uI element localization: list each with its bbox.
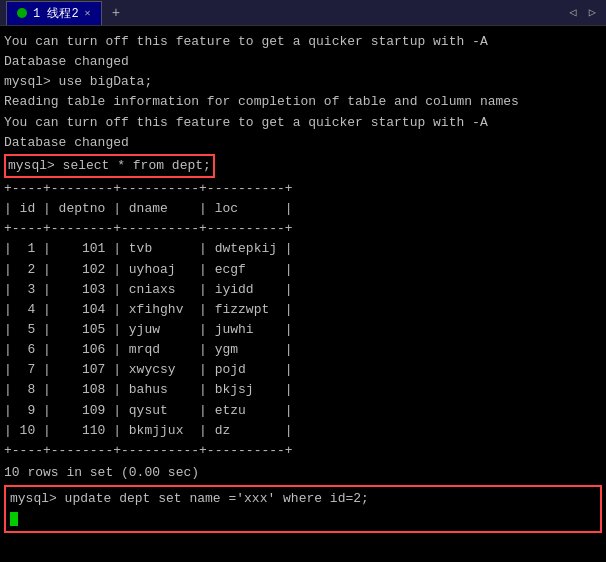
update-command-highlight: mysql> update dept set name ='xxx' where… [4,485,602,533]
table-line-6: | 4 | 104 | xfihghv | fizzwpt | [4,300,602,320]
table-line-7: | 5 | 105 | yjuw | juwhi | [4,320,602,340]
nav-buttons: ◁ ▷ [566,4,600,21]
window: 1 线程2 ✕ + ◁ ▷ You can turn off this feat… [0,0,606,562]
update-command-text: mysql> update dept set name ='xxx' where… [10,489,596,509]
terminal-line-3: Database changed [4,52,602,72]
query-results-table: +----+--------+----------+----------+ | … [4,179,602,461]
nav-left-icon[interactable]: ◁ [566,4,581,21]
rows-info-text: 10 rows in set (0.00 sec) [4,463,602,483]
table-line-11: | 9 | 109 | qysut | etzu | [4,401,602,421]
table-line-3: | 1 | 101 | tvb | dwtepkij | [4,239,602,259]
table-line-8: | 6 | 106 | mrqd | ygm | [4,340,602,360]
select-command-text: mysql> select * from dept; [8,156,211,176]
table-line-4: | 2 | 102 | uyhoaj | ecgf | [4,260,602,280]
table-line-2: +----+--------+----------+----------+ [4,219,602,239]
table-line-10: | 8 | 108 | bahus | bkjsj | [4,380,602,400]
terminal-cursor-line [10,509,596,529]
table-line-13: +----+--------+----------+----------+ [4,441,602,461]
table-line-0: +----+--------+----------+----------+ [4,179,602,199]
terminal-cursor [10,512,18,526]
tab-status-icon [17,8,27,18]
terminal-line-6: You can turn off this feature to get a q… [4,113,602,133]
terminal-line-4: mysql> use bigData; [4,72,602,92]
terminal-line-1: You can turn off this feature to get a q… [4,32,602,52]
table-line-9: | 7 | 107 | xwycsy | pojd | [4,360,602,380]
tab-thread2[interactable]: 1 线程2 ✕ [6,1,102,25]
table-line-1: | id | deptno | dname | loc | [4,199,602,219]
terminal-line-5: Reading table information for completion… [4,92,602,112]
tab-close-icon[interactable]: ✕ [85,7,91,19]
terminal-area[interactable]: You can turn off this feature to get a q… [0,26,606,562]
select-command-highlight: mysql> select * from dept; [4,154,215,178]
title-bar: 1 线程2 ✕ + ◁ ▷ [0,0,606,26]
tab-label: 1 线程2 [33,5,79,22]
table-line-12: | 10 | 110 | bkmjjux | dz | [4,421,602,441]
terminal-line-8: Database changed [4,133,602,153]
new-tab-button[interactable]: + [106,3,126,23]
nav-right-icon[interactable]: ▷ [585,4,600,21]
table-line-5: | 3 | 103 | cniaxs | iyidd | [4,280,602,300]
